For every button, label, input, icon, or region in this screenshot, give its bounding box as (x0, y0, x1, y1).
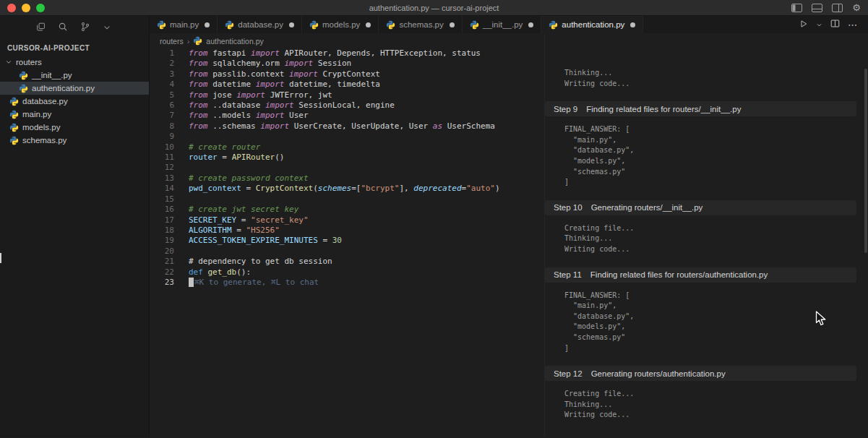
code-token: User (289, 111, 309, 120)
step-title: Finding related files for routers/authen… (590, 270, 768, 279)
code-token: SessionLocal, engine (298, 100, 394, 110)
step-label: Step 12 (554, 369, 583, 378)
settings-gear-icon[interactable]: ⚙ (852, 3, 861, 12)
step-header-step-10[interactable]: Step 10Generating routers/__init__.py (545, 200, 856, 215)
code-token: from (189, 80, 212, 89)
tree-file-__init__.py[interactable]: __init__.py (0, 69, 149, 82)
code-editor[interactable]: routers › authentication.py 1from fastap… (150, 33, 544, 437)
tab-label: authentication.py (562, 20, 624, 29)
tab-schemas.py[interactable]: schemas.py (379, 16, 462, 33)
tree-file-main.py[interactable]: main.py (0, 108, 149, 121)
title-bar-actions: ⚙ (791, 3, 861, 12)
code-token: =[ (351, 184, 361, 193)
chevron-down-icon[interactable] (103, 22, 111, 35)
code-token: SECRET_KEY (189, 215, 236, 225)
tab-label: schemas.py (399, 20, 443, 29)
line-number: 3 (150, 69, 174, 80)
line-number: 13 (150, 173, 174, 184)
close-window-button[interactable] (7, 4, 16, 12)
code-token: from (189, 121, 212, 131)
toggle-panel-bottom-icon[interactable] (812, 4, 822, 12)
code-token: deprecated (413, 184, 461, 193)
modified-dot-icon[interactable] (205, 22, 210, 27)
line-number: 7 (150, 111, 174, 121)
split-editor-icon[interactable] (830, 18, 840, 31)
line-number: 15 (150, 194, 174, 205)
code-line-14: 14pwd_context = CryptContext(schemes=["b… (150, 184, 544, 194)
panel-scrollbar-thumb[interactable] (864, 69, 867, 253)
agent-output-line: "main.py", (545, 301, 868, 312)
tab-models.py[interactable]: models.py (302, 16, 379, 33)
minimize-window-button[interactable] (22, 4, 30, 12)
tree-file-authentication.py[interactable]: authentication.py (0, 82, 149, 95)
agent-output-line: Writing code... (545, 244, 868, 255)
code-token: import (236, 90, 270, 100)
tree-item-label: schemas.py (22, 136, 66, 145)
line-number: 6 (150, 100, 174, 111)
agent-output-line: "models.py", (545, 322, 868, 332)
agent-output-line: Creating file... (545, 389, 868, 400)
code-token: UserSchema (447, 121, 495, 131)
more-actions-icon[interactable]: ⋯ (848, 20, 858, 30)
tab-database.py[interactable]: database.py (218, 16, 302, 33)
tree-file-models.py[interactable]: models.py (0, 121, 149, 134)
tree-file-database.py[interactable]: database.py (0, 95, 149, 108)
code-token: from (189, 59, 212, 68)
step-title: Finding related files for routers/__init… (586, 105, 741, 113)
code-token: # create password context (189, 173, 309, 183)
tab-label: database.py (238, 20, 283, 29)
modified-dot-icon[interactable] (289, 22, 294, 27)
code-token: sqlalchemy.orm (212, 59, 284, 68)
step-header-step-9[interactable]: Step 9Finding related files for routers/… (545, 101, 856, 116)
code-token: # create jwt secret key (189, 205, 298, 214)
agent-output-line: "database.py", (545, 145, 868, 156)
agent-output-line: ] (545, 177, 868, 188)
run-button[interactable] (799, 18, 808, 31)
code-token: Session (318, 59, 351, 68)
code-line-3: 3from passlib.context import CryptContex… (150, 69, 544, 80)
code-line-8: 8from ..schemas import UserCreate, UserU… (150, 121, 544, 132)
tab-authentication.py[interactable]: authentication.py (541, 16, 643, 33)
code-token: from (189, 48, 212, 58)
project-root-label[interactable]: CURSOR-AI-PROJECT (0, 40, 149, 56)
code-token: = (318, 236, 332, 245)
breadcrumb-file[interactable]: authentication.py (206, 37, 263, 46)
toggle-sidebar-left-icon[interactable] (791, 4, 802, 12)
code-token: from (189, 111, 212, 120)
breadcrumb-folder[interactable]: routers (160, 37, 184, 46)
modified-dot-icon[interactable] (450, 22, 455, 27)
tree-folder-routers[interactable]: routers (0, 56, 149, 69)
code-token: pwd_context (189, 184, 241, 193)
copy-files-icon[interactable] (36, 22, 46, 35)
code-token: # dependency to get db session (189, 257, 332, 266)
agent-output-panel[interactable]: Thinking...Writing code...Step 9Finding … (544, 33, 868, 437)
tab-__init__.py[interactable]: __init__.py (463, 16, 542, 33)
modified-dot-icon[interactable] (630, 22, 635, 27)
code-token: UserCreate, UserUpdate, User (294, 121, 433, 131)
run-dropdown-chevron-icon[interactable] (816, 18, 822, 31)
modified-dot-icon[interactable] (528, 22, 533, 27)
zoom-window-button[interactable] (36, 4, 45, 12)
tab-main.py[interactable]: main.py (150, 16, 218, 33)
sidebar-explorer: CURSOR-AI-PROJECT routers__init__.pyauth… (0, 16, 150, 437)
code-token: () (275, 153, 284, 162)
step-header-step-11[interactable]: Step 11Finding related files for routers… (545, 267, 856, 283)
code-line-9: 9 (150, 132, 544, 142)
code-token: JWTError, jwt (270, 90, 332, 100)
source-control-icon[interactable] (80, 22, 90, 35)
line-number: 23 (150, 278, 174, 288)
agent-output-line: Thinking... (545, 68, 868, 79)
line-number: 4 (150, 80, 174, 90)
breadcrumb[interactable]: routers › authentication.py (150, 33, 544, 48)
search-icon[interactable] (58, 22, 68, 35)
code-line-21: 21# dependency to get db session (150, 257, 544, 267)
code-token: (): (236, 267, 251, 277)
step-header-step-12[interactable]: Step 12Generating routers/authentication… (545, 366, 856, 381)
cursor-window: authentication.py — cursor-ai-project ⚙ (0, 0, 868, 438)
code-token: APIRouter, Depends, HTTPException, statu… (284, 48, 481, 58)
tree-file-schemas.py[interactable]: schemas.py (0, 134, 149, 147)
line-number: 2 (150, 59, 174, 69)
code-token: CryptContext (322, 69, 379, 79)
modified-dot-icon[interactable] (366, 22, 371, 27)
toggle-sidebar-right-icon[interactable] (832, 4, 843, 12)
